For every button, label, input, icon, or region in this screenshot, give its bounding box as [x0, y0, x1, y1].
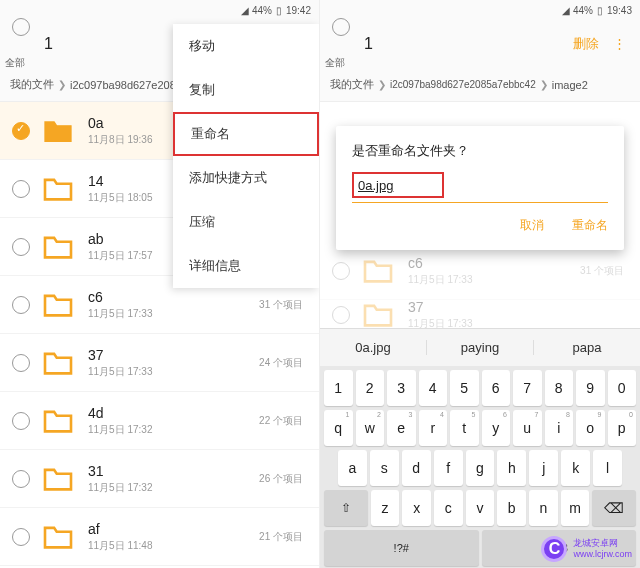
row-checkbox[interactable]	[12, 470, 30, 488]
suggestion[interactable]: papa	[534, 340, 640, 355]
key-y[interactable]: y6	[482, 410, 511, 446]
menu-shortcut[interactable]: 添加快捷方式	[173, 156, 319, 200]
battery-text: 44%	[252, 5, 272, 16]
key-0[interactable]: 0	[608, 370, 637, 406]
item-count: 31 个项目	[259, 298, 303, 312]
key-x[interactable]: x	[402, 490, 431, 526]
key-r[interactable]: r4	[419, 410, 448, 446]
key-p[interactable]: p0	[608, 410, 637, 446]
row-checkbox[interactable]	[12, 122, 30, 140]
file-row[interactable]: af11月5日 11:48 21 个项目	[0, 508, 319, 566]
key-h[interactable]: h	[497, 450, 526, 486]
key-4[interactable]: 4	[419, 370, 448, 406]
folder-icon	[42, 176, 74, 202]
status-bar: ◢ 44% ▯ 19:42	[0, 0, 319, 20]
key-t[interactable]: t5	[450, 410, 479, 446]
key-c[interactable]: c	[434, 490, 463, 526]
battery-icon: ▯	[597, 5, 603, 16]
key-o[interactable]: o9	[576, 410, 605, 446]
file-row[interactable]: 4d11月5日 17:32 22 个项目	[0, 392, 319, 450]
right-screenshot: ◢ 44% ▯ 19:43 全部 1 删除 ⋮ 我的文件 ❯ i2c097ba9…	[320, 0, 640, 568]
key-i[interactable]: i8	[545, 410, 574, 446]
dialog-confirm-button[interactable]: 重命名	[572, 217, 608, 234]
dialog-cancel-button[interactable]: 取消	[520, 217, 544, 234]
key-7[interactable]: 7	[513, 370, 542, 406]
delete-button[interactable]: 删除 ⋮	[573, 35, 628, 53]
more-icon[interactable]: ⋮	[613, 36, 628, 51]
breadcrumb-path[interactable]: i2c097ba98d627e208	[70, 79, 176, 91]
key-8[interactable]: 8	[545, 370, 574, 406]
context-menu: 移动 复制 重命名 添加快捷方式 压缩 详细信息	[173, 24, 319, 288]
key-6[interactable]: 6	[482, 370, 511, 406]
battery-icon: ▯	[276, 5, 282, 16]
suggestion[interactable]: 0a.jpg	[320, 340, 427, 355]
status-bar: ◢ 44% ▯ 19:43	[320, 0, 640, 20]
rename-dialog: 是否重命名文件夹？ 取消 重命名	[336, 126, 624, 250]
key-a[interactable]: a	[338, 450, 367, 486]
key-s[interactable]: s	[370, 450, 399, 486]
row-checkbox[interactable]	[12, 354, 30, 372]
folder-icon	[42, 234, 74, 260]
key-1[interactable]: 1	[324, 370, 353, 406]
select-all-checkbox[interactable]	[12, 18, 30, 36]
key-q[interactable]: q1	[324, 410, 353, 446]
signal-icon: ◢	[241, 5, 248, 16]
clock: 19:42	[286, 5, 311, 16]
key-u[interactable]: u7	[513, 410, 542, 446]
key-g[interactable]: g	[466, 450, 495, 486]
menu-compress[interactable]: 压缩	[173, 200, 319, 244]
backspace-key[interactable]: ⌫	[592, 490, 636, 526]
row-checkbox[interactable]	[12, 412, 30, 430]
folder-icon	[42, 292, 74, 318]
menu-details[interactable]: 详细信息	[173, 244, 319, 288]
row-checkbox[interactable]	[12, 528, 30, 546]
rename-input[interactable]	[358, 178, 438, 193]
folder-icon	[42, 524, 74, 550]
symbols-key[interactable]: !?#	[324, 530, 479, 566]
file-row[interactable]: 3111月5日 17:32 26 个项目	[0, 450, 319, 508]
key-9[interactable]: 9	[576, 370, 605, 406]
key-k[interactable]: k	[561, 450, 590, 486]
select-all-label: 全部	[5, 56, 25, 70]
row-checkbox[interactable]	[12, 238, 30, 256]
shift-key[interactable]: ⇧	[324, 490, 368, 526]
key-j[interactable]: j	[529, 450, 558, 486]
kb-number-row: 1234567890	[324, 370, 636, 406]
key-m[interactable]: m	[561, 490, 590, 526]
key-2[interactable]: 2	[356, 370, 385, 406]
breadcrumb[interactable]: 我的文件 ❯ i2c097ba98d627e2085a7ebbc42 ❯ ima…	[320, 68, 640, 102]
key-d[interactable]: d	[402, 450, 431, 486]
folder-icon	[362, 258, 394, 284]
key-e[interactable]: e3	[387, 410, 416, 446]
menu-move[interactable]: 移动	[173, 24, 319, 68]
key-5[interactable]: 5	[450, 370, 479, 406]
breadcrumb-root[interactable]: 我的文件	[10, 77, 54, 92]
selection-header: 全部 1 删除 ⋮	[320, 20, 640, 68]
selection-count: 1	[44, 35, 53, 53]
watermark: C 龙城安卓网 www.lcjrw.com	[541, 536, 632, 562]
key-n[interactable]: n	[529, 490, 558, 526]
file-row: 3711月5日 17:33	[320, 300, 640, 330]
clock: 19:43	[607, 5, 632, 16]
key-3[interactable]: 3	[387, 370, 416, 406]
suggestion[interactable]: paying	[427, 340, 534, 355]
file-row: c611月5日 17:33 31 个项目	[320, 242, 640, 300]
key-f[interactable]: f	[434, 450, 463, 486]
key-w[interactable]: w2	[356, 410, 385, 446]
menu-rename[interactable]: 重命名	[173, 112, 319, 156]
key-z[interactable]: z	[371, 490, 400, 526]
key-v[interactable]: v	[466, 490, 495, 526]
menu-copy[interactable]: 复制	[173, 68, 319, 112]
kb-row-qwerty: q1w2e3r4t5y6u7i8o9p0	[324, 410, 636, 446]
folder-icon	[42, 118, 74, 144]
file-row[interactable]: 3711月5日 17:33 24 个项目	[0, 334, 319, 392]
key-l[interactable]: l	[593, 450, 622, 486]
watermark-logo: C	[541, 536, 567, 562]
row-checkbox[interactable]	[12, 180, 30, 198]
rename-input-highlight	[352, 172, 444, 198]
kb-row-asdf: asdfghjkl	[324, 450, 636, 486]
key-b[interactable]: b	[497, 490, 526, 526]
row-checkbox[interactable]	[12, 296, 30, 314]
select-all-checkbox[interactable]	[332, 18, 350, 36]
chevron-right-icon: ❯	[58, 79, 66, 90]
